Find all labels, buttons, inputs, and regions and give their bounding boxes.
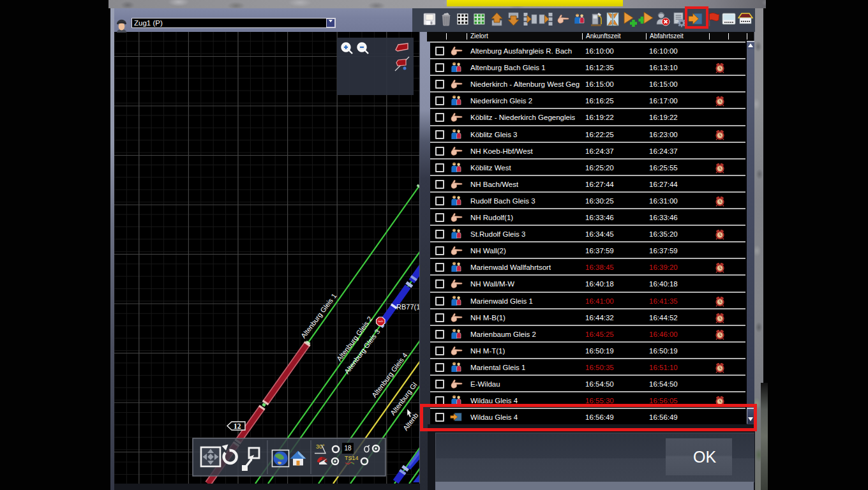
svg-text:km/h: km/h [378, 320, 383, 323]
svg-text:TS14: TS14 [345, 455, 359, 461]
svg-text:12: 12 [234, 422, 241, 430]
svg-text:18: 18 [344, 445, 352, 452]
svg-text:RB77(1): RB77(1) [396, 303, 420, 311]
